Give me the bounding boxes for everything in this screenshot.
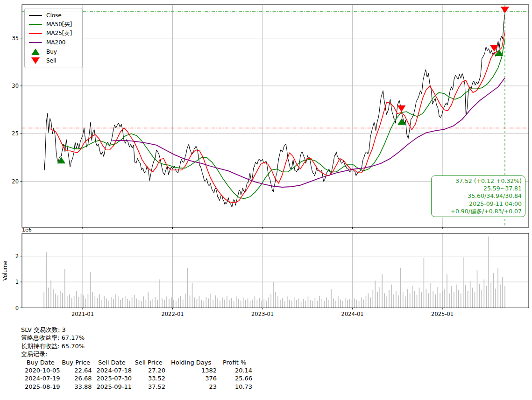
- trade-record-cell: 22.64: [60, 366, 92, 374]
- volume-bar: [53, 289, 54, 308]
- volume-bar: [197, 299, 198, 308]
- ma25-line-sample: [29, 33, 42, 34]
- volume-bar: [400, 268, 401, 308]
- legend-label: Buy: [46, 49, 57, 55]
- volume-bar: [379, 287, 380, 308]
- volume-bar: [210, 294, 211, 308]
- volume-offset-label: 1e6: [22, 227, 32, 233]
- volume-bar: [136, 299, 137, 308]
- volume-bar: [500, 285, 501, 308]
- trade-record-cell: 23: [165, 383, 217, 391]
- trade-records-table: Buy DateBuy PriceSell DateSell PriceHold…: [21, 358, 252, 391]
- volume-bar: [134, 295, 135, 308]
- trade-record-cell: 37.52: [132, 383, 165, 391]
- volume-bar: [315, 298, 316, 308]
- volume-bar: [412, 286, 413, 308]
- volume-bar: [398, 295, 399, 308]
- trade-record-row: 2024-07-1926.682025-07-3033.5237625.66: [21, 374, 252, 382]
- volume-bar: [64, 269, 65, 308]
- volume-bar: [238, 299, 239, 308]
- volume-bar: [273, 282, 274, 308]
- volume-bar: [204, 301, 205, 308]
- trade-record-cell: 27.20: [132, 366, 165, 374]
- volume-bar: [298, 299, 299, 308]
- volume-bar: [213, 300, 213, 308]
- volume-bar: [122, 298, 123, 308]
- volume-bar: [231, 298, 232, 308]
- volume-bar: [340, 300, 341, 308]
- volume-bar: [208, 299, 209, 308]
- trade-record-cell: 2025-07-30: [92, 374, 132, 382]
- volume-bar: [190, 295, 191, 308]
- trade-record-cell: 33.52: [132, 374, 165, 382]
- volume-bar: [48, 288, 49, 308]
- legend-entry-sell: Sell: [29, 56, 78, 66]
- volume-bar: [361, 297, 362, 308]
- volume-bar: [324, 301, 325, 308]
- ma200-line: [113, 78, 505, 187]
- volume-bar: [159, 280, 160, 308]
- volume-bar: [305, 301, 306, 308]
- volume-bar: [139, 300, 140, 308]
- volume-bar: [118, 296, 119, 308]
- trade-record-cell: 20.14: [217, 366, 252, 374]
- volume-bar: [108, 301, 109, 308]
- volume-bar: [270, 294, 271, 308]
- volume-bar: [143, 296, 144, 308]
- quote-annotation-box: 37.52 (+0.12 +0.32%) 25.59~37.81 35.60/3…: [431, 175, 525, 217]
- volume-axis-title: Volume: [2, 260, 8, 281]
- volume-bar: [389, 290, 390, 308]
- volume-bar: [71, 298, 72, 308]
- volume-bar: [359, 301, 360, 308]
- volume-bar: [69, 295, 70, 308]
- volume-bar: [185, 294, 186, 308]
- legend: Close MA50[买] MA25[卖] MA200 Buy Sell: [24, 8, 83, 68]
- volume-bar: [377, 292, 378, 308]
- volume-ytick-label: 0: [15, 305, 19, 311]
- trade-record-row: 2020-10-0522.642024-07-1827.20138220.14: [21, 366, 252, 374]
- volume-bar: [294, 297, 295, 308]
- volume-bar: [277, 296, 278, 308]
- volume-bar: [60, 291, 61, 308]
- volume-bar: [183, 300, 184, 308]
- volume-bar: [430, 283, 431, 308]
- volume-bar: [419, 288, 420, 308]
- volume-bar: [76, 291, 77, 308]
- volume-bar: [248, 299, 248, 308]
- trade-record-row: 2025-08-1933.882025-09-1137.522310.73: [21, 383, 252, 391]
- volume-bar: [461, 293, 461, 308]
- trade-table-header: Sell Date: [92, 358, 132, 366]
- volume-bar: [199, 296, 200, 308]
- volume-bar: [287, 296, 288, 308]
- volume-bar: [194, 297, 195, 308]
- x-tick-label: 2022-01: [161, 311, 184, 317]
- volume-bar: [421, 292, 422, 308]
- volume-bar: [113, 299, 114, 308]
- volume-bar: [115, 295, 116, 308]
- volume-bar: [458, 290, 459, 308]
- volume-bar: [162, 299, 163, 308]
- volume-bar: [104, 296, 105, 308]
- volume-bar: [414, 291, 415, 308]
- sell-marker: [397, 105, 406, 112]
- ma50-line: [62, 39, 505, 199]
- volume-bar: [146, 300, 147, 308]
- volume-bar: [78, 297, 79, 308]
- volume-bar: [62, 293, 63, 308]
- volume-bar: [373, 290, 374, 308]
- sell-marker: [501, 7, 509, 14]
- volume-bar: [482, 290, 482, 308]
- volume-bar: [169, 299, 170, 308]
- trade-record-cell: 2024-07-19: [21, 374, 60, 382]
- volume-bar: [291, 301, 292, 308]
- volume-bar: [338, 296, 339, 308]
- legend-entry-buy: Buy: [29, 47, 78, 56]
- trade-record-cell: 26.68: [60, 374, 92, 382]
- volume-bar: [335, 301, 336, 308]
- volume-bar: [393, 295, 394, 308]
- volume-bar: [410, 293, 411, 308]
- volume-bar: [263, 299, 264, 308]
- volume-bar: [502, 277, 503, 308]
- volume-bar: [352, 301, 353, 308]
- volume-bar: [368, 293, 369, 308]
